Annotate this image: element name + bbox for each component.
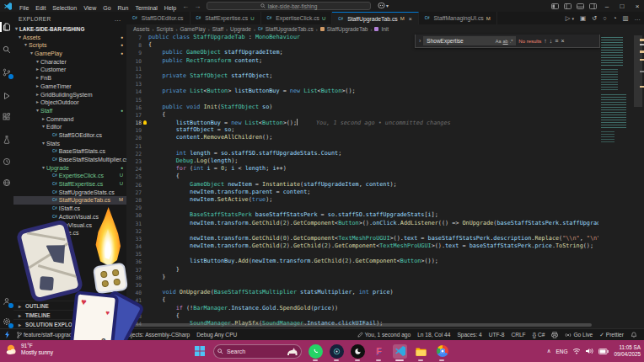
- taskbar-search-box[interactable]: Search: [213, 344, 302, 359]
- code-line-26[interactable]: 26 GameObject newItem = Instantiate(staf…: [126, 181, 644, 189]
- menu-help[interactable]: Help: [161, 5, 180, 11]
- code-line-16[interactable]: 16 public void Init(StaffObject so): [126, 104, 644, 111]
- toggle-secondary-sidebar-icon[interactable]: [589, 3, 597, 9]
- code-line-29[interactable]: 29: [126, 204, 644, 211]
- tree-item-FnB[interactable]: ▸FnB: [13, 74, 126, 83]
- minimap[interactable]: [598, 34, 644, 328]
- tree-root[interactable]: ▾ LAKE-SIDE-BAR-FISHING: [13, 25, 126, 34]
- code-editor[interactable]: 7public class StaffUpgradeTab : MonoBeha…: [126, 34, 644, 328]
- breadcrumb-item[interactable]: GamePlay: [180, 26, 205, 32]
- breadcrumb-item[interactable]: StaffUpgradeTab: [327, 26, 368, 32]
- minimize-button[interactable]: –: [602, 3, 612, 10]
- code-line-32[interactable]: 32: [126, 227, 644, 235]
- tree-item-StaffUpgradeStats.cs[interactable]: C#StaffUpgradeStats.cs: [13, 189, 126, 197]
- file-explorer-icon[interactable]: [414, 344, 428, 359]
- code-line-27[interactable]: 27 newItem.transform.parent = content;: [126, 189, 644, 196]
- tree-item-Editor[interactable]: ▾Editor: [13, 123, 126, 131]
- code-line-25[interactable]: 25 {: [126, 173, 644, 180]
- breadcrumb-item[interactable]: Upgrade: [230, 26, 251, 32]
- whatsapp-icon[interactable]: [309, 344, 323, 359]
- cursor-position-status[interactable]: Ln 18, Col 44: [414, 332, 453, 338]
- code-line-43[interactable]: 43 {: [126, 312, 644, 320]
- explorer-icon[interactable]: [2, 22, 12, 32]
- menu-view[interactable]: View: [80, 5, 99, 11]
- find-previous-icon[interactable]: ↑: [544, 38, 547, 44]
- tab-ExpertiseClick.cs[interactable]: C#ExpertiseClick.csU: [261, 12, 333, 24]
- code-line-14[interactable]: 14 private List<Button> listButtonBuy = …: [126, 88, 644, 95]
- code-line-36[interactable]: 36 listButtonBuy.Add(newItem.transform.G…: [126, 258, 644, 265]
- toggle-replace-icon[interactable]: ›: [419, 38, 421, 44]
- code-line-40[interactable]: 40 void OnUpgrade(BaseStaffStatsMultipli…: [126, 289, 644, 296]
- code-line-10[interactable]: 10 public RectTransform content;: [126, 57, 644, 65]
- tree-item-ExpertiseClick.cs[interactable]: C#ExpertiseClick.csU: [13, 172, 126, 180]
- run-debug-icon[interactable]: [2, 91, 12, 101]
- tree-item-GamePlay[interactable]: ▾GamePlay●: [13, 50, 126, 58]
- code-line-42[interactable]: 42 if (!BarManager.Instance.Gold.SpendGo…: [126, 305, 644, 312]
- circle-icon[interactable]: ○: [603, 14, 607, 22]
- close-find-icon[interactable]: ×: [561, 38, 564, 44]
- breadcrumb-item[interactable]: Assets: [133, 26, 150, 32]
- tree-item-Customer[interactable]: ▸Customer: [13, 66, 126, 74]
- close-tab-icon[interactable]: ×: [409, 16, 412, 22]
- source-control-icon[interactable]: [2, 67, 12, 77]
- code-line-17[interactable]: 17 {: [126, 111, 644, 119]
- toggle-panel-layout-icon[interactable]: [551, 3, 559, 9]
- code-line-34[interactable]: 34 newItem.transform.GetChild(2).GetChil…: [126, 242, 644, 250]
- indentation-status[interactable]: Spaces: 4: [453, 332, 485, 338]
- tree-item-StaffUpgradeTab.cs[interactable]: C#StaffUpgradeTab.csM: [13, 196, 126, 205]
- copilot-button[interactable]: ▾: [378, 2, 389, 9]
- find-next-icon[interactable]: ↓: [550, 38, 553, 44]
- maximize-button[interactable]: □: [617, 3, 627, 10]
- tree-item-BaseStaffStatsMultiplier.cs[interactable]: C#BaseStaffStatsMultiplier.cs: [13, 156, 126, 164]
- close-button[interactable]: ×: [632, 3, 642, 10]
- tree-item-Upgrade[interactable]: ▾Upgrade●: [13, 164, 126, 173]
- find-input[interactable]: ShowExpertise Aa ab .*: [423, 36, 516, 45]
- taskbar-clock[interactable]: 11:05 SA 09/04/2025: [614, 344, 641, 358]
- toggle-sidebar-icon[interactable]: [564, 3, 572, 9]
- code-line-19[interactable]: 19 staffObject = so;: [126, 126, 644, 134]
- explorer-more-actions-icon[interactable]: …: [115, 15, 121, 23]
- code-line-37[interactable]: 37 }: [126, 266, 644, 274]
- whole-word-icon[interactable]: ab: [503, 39, 508, 44]
- debug-config-status[interactable]: Debug Any CPU: [193, 332, 240, 338]
- remote-indicator[interactable]: [0, 331, 13, 338]
- tree-item-Assets[interactable]: ▾Assets●: [13, 34, 126, 42]
- code-line-22[interactable]: 22 int length = so.staffSO.staffUpgradeS…: [126, 150, 644, 157]
- tab-StaffExpertise.cs[interactable]: C#StaffExpertise.csU: [191, 12, 261, 24]
- start-button[interactable]: [192, 344, 207, 359]
- testing-icon[interactable]: [2, 135, 12, 145]
- regex-icon[interactable]: .*: [510, 39, 513, 44]
- battery-icon[interactable]: [598, 349, 609, 354]
- timeline-icon[interactable]: ◔: [613, 14, 617, 22]
- code-line-35[interactable]: 35: [126, 250, 644, 258]
- more-actions-icon[interactable]: …: [635, 14, 641, 22]
- menu-selection[interactable]: Selection: [49, 5, 80, 11]
- tree-item-BaseStaffStats.cs[interactable]: C#BaseStaffStats.cs: [13, 147, 126, 156]
- tree-item-Stats[interactable]: ▾Stats: [13, 140, 126, 148]
- tree-item-Command[interactable]: ▸Command: [13, 115, 126, 124]
- match-case-icon[interactable]: Aa: [496, 39, 502, 44]
- code-line-33[interactable]: 33 newItem.transform.GetChild(0).GetComp…: [126, 235, 644, 242]
- remote-explorer-icon[interactable]: [2, 178, 12, 188]
- code-line-13[interactable]: 13: [126, 80, 644, 88]
- code-line-15[interactable]: 15: [126, 96, 644, 104]
- command-center-search[interactable]: lake-side-bar-fishing: [207, 2, 371, 10]
- code-line-39[interactable]: 39: [126, 281, 644, 289]
- menu-terminal[interactable]: Terminal: [131, 5, 160, 11]
- app-icon-f[interactable]: F: [372, 344, 386, 359]
- blame-status[interactable]: You, 1 second ago: [354, 332, 414, 338]
- app-icon-1[interactable]: [330, 344, 344, 359]
- go-live-status[interactable]: Go Live: [561, 332, 596, 338]
- breadcrumb-item[interactable]: Init: [381, 26, 389, 32]
- tree-item-Character[interactable]: ▾Character: [13, 58, 126, 67]
- breadcrumb-item[interactable]: StaffUpgradeTab.cs: [266, 26, 314, 32]
- accounts-icon[interactable]: [2, 296, 12, 306]
- tab-StaffUpgradeTab.cs[interactable]: C#StaffUpgradeTab.csM×: [332, 12, 418, 24]
- encoding-status[interactable]: UTF-8: [486, 332, 508, 338]
- history-icon[interactable]: [2, 157, 12, 167]
- code-line-18[interactable]: 18 listButtonBuy = new List<Button>();Yo…: [126, 119, 644, 126]
- code-line-28[interactable]: 28 newItem.SetActive(true);: [126, 196, 644, 204]
- volume-icon[interactable]: [586, 348, 593, 354]
- tree-item-StaffExpertise.cs[interactable]: C#StaffExpertise.csU: [13, 180, 126, 189]
- tab-StaffSOEditor.cs[interactable]: C#StaffSOEditor.cs: [126, 12, 191, 24]
